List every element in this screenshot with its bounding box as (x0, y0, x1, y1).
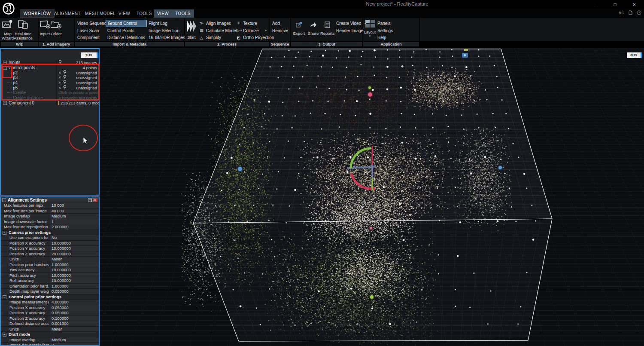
collapse-icon[interactable]: − (3, 333, 6, 337)
flight-log-button[interactable]: Flight Log (147, 20, 184, 27)
ortho-projection-button[interactable]: ◩Ortho Projection (234, 34, 268, 41)
ribbon-tab-view-context[interactable]: VIEW (154, 9, 172, 18)
distance-definitions-button[interactable]: Distance Definitions (106, 34, 147, 41)
tree-row-p3[interactable]: p3✕unassigned (1, 75, 99, 80)
settings-button[interactable]: Settings (376, 27, 395, 34)
unassign-x-icon[interactable]: ✕ (58, 76, 61, 80)
map-wizard-button[interactable]: Map Wizard (2, 18, 14, 40)
ribbon-tab-tools[interactable]: TOOLS (133, 9, 155, 18)
position-x-accuracy-value[interactable]: 0.050000 (49, 305, 99, 310)
control-point-red-top[interactable] (367, 92, 373, 98)
pitch-accuracy-value[interactable]: 10.000000 (49, 273, 99, 278)
camera-label-icon[interactable] (462, 53, 468, 58)
image-selection-button[interactable]: Image Selection (147, 27, 184, 34)
max-features-per-mpx-value[interactable]: 10 000 (49, 203, 99, 208)
defined-distance-accu-value[interactable]: 0.001000 (49, 321, 99, 326)
texture-button[interactable]: ✳Texture (234, 20, 268, 27)
close-button[interactable]: ✕ (625, 0, 644, 9)
maximize-button[interactable]: □ (605, 0, 625, 9)
component-button[interactable]: Component (76, 34, 106, 41)
colorize-button[interactable]: ▷Colorize▾ (234, 27, 268, 34)
expander-minus-icon[interactable]: - (3, 66, 7, 70)
control-point-blue-right[interactable] (498, 165, 503, 170)
tree-row-p5[interactable]: p5✕unassigned (1, 85, 99, 90)
max-feature-reprojection-value[interactable]: 2.000000 (49, 224, 99, 230)
depth-map-layer-weight-value[interactable]: 0.050000 (49, 289, 99, 294)
ribbon-tab-mesh-model[interactable]: MESH MODEL (82, 9, 119, 18)
tree-row-inputs[interactable]: +Inputs213 images (1, 60, 99, 65)
remove-button[interactable]: Remove (270, 27, 290, 34)
video-sequence-button[interactable]: Video Sequence (76, 20, 106, 27)
control-point-pink-mid[interactable] (369, 226, 373, 230)
start-button[interactable]: Start (186, 18, 197, 40)
add-button[interactable]: Add (270, 20, 290, 27)
tree-row-component-0[interactable]: +Component 0213/213 cams, 0 models (1, 101, 99, 106)
ribbon-tab-view[interactable]: VIEW (115, 9, 134, 18)
inputs-button[interactable]: Inputs (39, 18, 51, 36)
units-value[interactable]: Meter (49, 257, 99, 262)
ground-control-button[interactable]: Ground Control (106, 20, 147, 27)
position-y-accuracy-value[interactable]: 10.000000 (49, 246, 99, 251)
tree-row-create-distance[interactable]: Create distanceClick to create a distanc… (1, 95, 99, 101)
alignment-settings-header[interactable]: − Alignment Settings ✕ (1, 197, 99, 203)
image-overlap-value[interactable]: Medium (49, 214, 99, 219)
position-z-accuracy-value[interactable]: 0.100000 (49, 316, 99, 321)
image-downscale-factor-value[interactable]: 2 (49, 343, 99, 346)
tree-panel-badge[interactable]: 1Ds (81, 52, 97, 58)
unassign-x-icon[interactable]: ✕ (58, 71, 61, 75)
ribbon-tab-alignment[interactable]: ALIGNMENT (51, 9, 84, 18)
yaw-accuracy-value[interactable]: 10.000000 (49, 267, 99, 273)
unassign-x-icon[interactable]: ✕ (58, 86, 61, 90)
ribbon-tab-tools-context[interactable]: TOOLS (172, 9, 194, 18)
collapse-icon[interactable]: − (3, 231, 6, 235)
16-bit-hdr-images-button[interactable]: 16-bit/HDR Images (147, 34, 184, 41)
align-images-button[interactable]: ≫Align Images (197, 20, 234, 27)
close-panel-icon[interactable]: ✕ (93, 198, 97, 202)
dock-panel-icon[interactable] (88, 198, 92, 202)
viewport-3d[interactable]: 3Ds (100, 48, 644, 346)
real-time-assistance-button[interactable]: Real-time Assistance (14, 18, 33, 40)
control-points-button[interactable]: Control Points (106, 27, 147, 34)
collapse-icon[interactable]: − (2, 198, 6, 202)
panels-button[interactable]: Panels (376, 20, 395, 27)
orientation-prior-hard-value[interactable]: 1.000000 (49, 284, 99, 289)
help-button[interactable]: Help (376, 34, 395, 41)
minimize-button[interactable]: – (586, 0, 605, 9)
units-value[interactable]: Meter (49, 327, 99, 332)
settings-section-draft-mode[interactable]: −Draft mode (1, 332, 99, 337)
expander-plus-icon[interactable]: + (3, 61, 7, 64)
tree-row-create[interactable]: CreateClick to create a point (1, 90, 99, 95)
help-icon[interactable]: ? (637, 10, 641, 15)
control-point-blue-left[interactable] (237, 166, 243, 172)
control-point-green-bottom[interactable] (369, 294, 374, 300)
document-icon[interactable] (629, 10, 632, 15)
control-point-green-top[interactable] (368, 86, 372, 90)
image-downscale-factor-value[interactable]: 1 (49, 219, 99, 224)
viewport-badge[interactable]: 3Ds (627, 52, 641, 58)
ribbon-tab-workflow[interactable]: WORKFLOW (20, 9, 55, 18)
position-x-accuracy-value[interactable]: 10.000000 (49, 241, 99, 246)
unassign-x-icon[interactable]: ✕ (58, 81, 61, 85)
simplify-button[interactable]: △Simplify (197, 34, 234, 41)
settings-section-control-point-prior-settings[interactable]: −Control point prior settings (1, 294, 99, 300)
settings-section-camera-prior-settings[interactable]: −Camera prior settings (1, 230, 99, 236)
collapse-icon[interactable]: − (3, 295, 6, 299)
share-button[interactable]: Share (306, 18, 320, 41)
tree-row-p2[interactable]: p2✕unassigned (1, 70, 99, 75)
folder-button[interactable]: Folder (51, 18, 62, 36)
laser-scan-button[interactable]: Laser Scan (76, 27, 106, 34)
export-button[interactable]: Export (292, 18, 306, 41)
use-camera-priors-for-value[interactable]: No (49, 235, 99, 240)
position-z-accuracy-value[interactable]: 20.000000 (49, 251, 99, 257)
image-measurement-a-value[interactable]: 4.000000 (49, 300, 99, 305)
max-features-per-image-value[interactable]: 40 000 (49, 208, 99, 214)
position-prior-hardness-value[interactable]: 1.000000 (49, 262, 99, 267)
roll-accuracy-value[interactable]: 10.000000 (49, 278, 99, 283)
image-overlap-value[interactable]: Medium (49, 337, 99, 343)
tree-row-p4[interactable]: p4✕unassigned (1, 80, 99, 86)
tree-row-control-points[interactable]: -Control points4 points (1, 65, 99, 70)
reports-button[interactable]: Reports (320, 18, 334, 41)
expander-plus-icon[interactable]: + (3, 101, 7, 105)
calculate-model-button[interactable]: ▦Calculate Model▾ (197, 27, 234, 34)
layout-button[interactable]: Layout▾ (364, 18, 376, 38)
